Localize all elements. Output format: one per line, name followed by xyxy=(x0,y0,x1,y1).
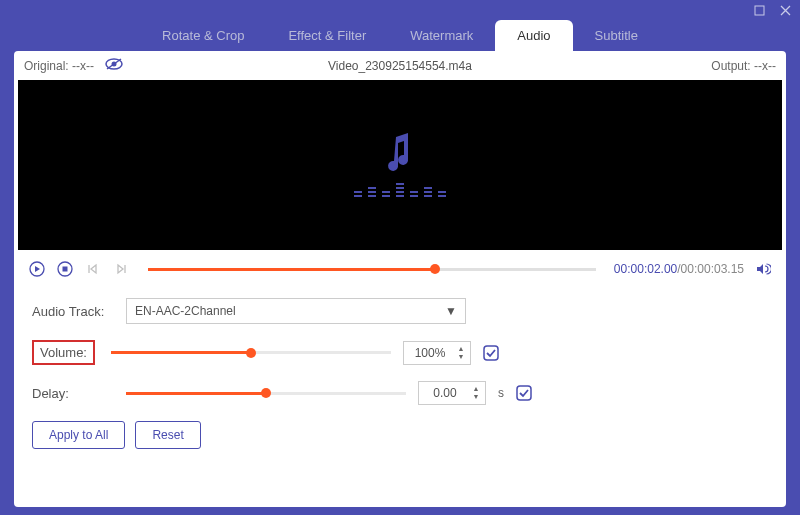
volume-label: Volume: xyxy=(32,340,95,365)
apply-to-all-button[interactable]: Apply to All xyxy=(32,421,125,449)
maximize-button[interactable] xyxy=(752,3,766,17)
reset-button[interactable]: Reset xyxy=(135,421,200,449)
volume-value: 100% xyxy=(408,346,452,360)
audio-visualizer-icon xyxy=(354,133,446,197)
playback-progress[interactable] xyxy=(148,268,596,271)
current-time: 00:00:02.00 xyxy=(614,262,677,276)
play-button[interactable] xyxy=(28,260,46,278)
next-frame-button[interactable] xyxy=(112,260,130,278)
filename-label: Video_230925154554.m4a xyxy=(328,59,472,73)
stop-button[interactable] xyxy=(56,260,74,278)
tab-effect-filter[interactable]: Effect & Filter xyxy=(266,20,388,51)
tab-subtitle[interactable]: Subtitle xyxy=(573,20,660,51)
svg-rect-8 xyxy=(517,386,531,400)
volume-icon[interactable] xyxy=(754,260,772,278)
svg-rect-0 xyxy=(755,6,764,15)
close-button[interactable] xyxy=(778,3,792,17)
delay-label: Delay: xyxy=(32,386,114,401)
tab-bar: Rotate & Crop Effect & Filter Watermark … xyxy=(0,20,800,51)
volume-confirm-icon[interactable] xyxy=(483,345,499,361)
volume-slider-thumb[interactable] xyxy=(246,348,256,358)
svg-rect-7 xyxy=(484,346,498,360)
tab-watermark[interactable]: Watermark xyxy=(388,20,495,51)
svg-rect-6 xyxy=(63,267,68,272)
audio-track-value: EN-AAC-2Channel xyxy=(135,304,236,318)
playback-thumb[interactable] xyxy=(430,264,440,274)
chevron-down-icon: ▼ xyxy=(445,304,457,318)
delay-down-button[interactable]: ▼ xyxy=(471,393,481,401)
tab-audio[interactable]: Audio xyxy=(495,20,572,51)
volume-up-button[interactable]: ▲ xyxy=(456,345,466,353)
delay-confirm-icon[interactable] xyxy=(516,385,532,401)
volume-spinner[interactable]: 100% ▲ ▼ xyxy=(403,341,471,365)
audio-track-select[interactable]: EN-AAC-2Channel ▼ xyxy=(126,298,466,324)
volume-slider[interactable] xyxy=(111,351,391,354)
preview-toggle-icon[interactable] xyxy=(104,57,124,74)
delay-slider[interactable] xyxy=(126,392,406,395)
output-dimensions-label: Output: --x-- xyxy=(711,59,776,73)
prev-frame-button[interactable] xyxy=(84,260,102,278)
delay-spinner[interactable]: 0.00 ▲ ▼ xyxy=(418,381,486,405)
delay-up-button[interactable]: ▲ xyxy=(471,385,481,393)
original-dimensions-label: Original: --x-- xyxy=(24,59,94,73)
total-time: /00:00:03.15 xyxy=(677,262,744,276)
delay-slider-thumb[interactable] xyxy=(261,388,271,398)
video-preview xyxy=(18,80,782,250)
delay-value: 0.00 xyxy=(423,386,467,400)
delay-unit: s xyxy=(498,386,504,400)
volume-down-button[interactable]: ▼ xyxy=(456,353,466,361)
tab-rotate-crop[interactable]: Rotate & Crop xyxy=(140,20,266,51)
audio-track-label: Audio Track: xyxy=(32,304,114,319)
